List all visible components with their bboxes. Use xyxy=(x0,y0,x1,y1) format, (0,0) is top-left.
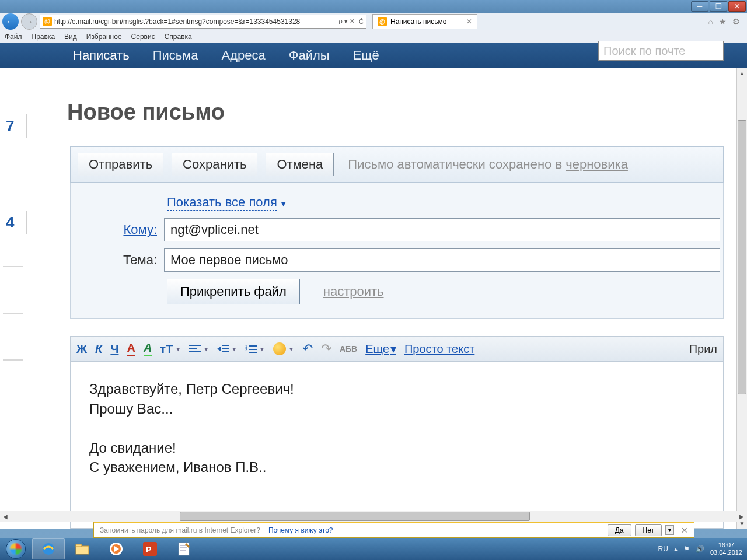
scroll-thumb[interactable] xyxy=(738,120,746,394)
emoticon-icon[interactable]: ▼ xyxy=(273,342,294,355)
svg-rect-14 xyxy=(76,544,82,547)
browser-tab[interactable]: @ Написать письмо ✕ xyxy=(372,14,477,29)
taskbar-notepad-icon[interactable] xyxy=(167,538,200,559)
back-button[interactable]: ← xyxy=(2,13,19,30)
side-number-7: 7 xyxy=(6,114,27,138)
configure-link[interactable]: настроить xyxy=(323,284,384,299)
hscroll-thumb[interactable] xyxy=(180,512,530,521)
undo-icon[interactable]: ↶ xyxy=(302,341,313,356)
toolbar-more-link[interactable]: Еще▾ xyxy=(365,342,396,356)
attach-file-button[interactable]: Прикрепить файл xyxy=(167,279,300,304)
start-button[interactable] xyxy=(0,538,32,560)
window-maximize-button[interactable]: ❐ xyxy=(710,1,727,12)
strikethrough-icon[interactable]: АБВ xyxy=(340,344,357,354)
password-bar-close-icon[interactable]: ✕ xyxy=(681,526,688,535)
browser-navigation-bar: ← → @ http://e.mail.ru/cgi-bin/msglist?b… xyxy=(0,13,747,30)
taskbar-media-icon[interactable] xyxy=(100,538,132,559)
action-button-row: Отправить Сохранить Отмена Письмо автома… xyxy=(70,146,724,183)
tray-volume-icon[interactable]: 🔊 xyxy=(696,545,704,553)
tray-lang[interactable]: RU xyxy=(658,545,668,553)
window-titlebar: ─ ❐ ✕ xyxy=(0,0,747,13)
to-label[interactable]: Кому: xyxy=(71,222,164,237)
taskbar-powerpoint-icon[interactable]: P xyxy=(134,538,166,559)
menu-view[interactable]: Вид xyxy=(64,33,77,41)
password-no-button[interactable]: Нет xyxy=(635,524,662,536)
editor-line: До свидание! xyxy=(89,438,704,458)
indent-icon[interactable]: ▼ xyxy=(217,344,237,354)
tab-favicon-icon: @ xyxy=(378,17,387,26)
nav-compose[interactable]: Написать xyxy=(73,48,130,63)
subject-input[interactable] xyxy=(164,249,720,272)
autosave-note: Письмо автоматически сохранено в чернови… xyxy=(348,157,628,172)
svg-rect-13 xyxy=(76,546,89,554)
cancel-button[interactable]: Отмена xyxy=(266,153,334,176)
subject-label: Тема: xyxy=(71,253,164,268)
taskbar: P RU ▴ ⚑ 🔊 16:07 03.04.2012 xyxy=(0,538,747,560)
underline-icon[interactable]: Ч xyxy=(110,342,118,356)
url-text: http://e.mail.ru/cgi-bin/msglist?back=1#… xyxy=(54,18,337,26)
tools-icon[interactable]: ⚙ xyxy=(732,17,740,26)
password-prompt-text: Запомнить пароль для mail.ru в Internet … xyxy=(100,526,260,534)
menu-favorites[interactable]: Избранное xyxy=(86,33,122,41)
horizontal-scrollbar[interactable]: ◀ ▶ xyxy=(0,511,747,522)
taskbar-explorer-icon[interactable] xyxy=(66,538,99,559)
side-divider xyxy=(3,359,23,360)
menu-file[interactable]: Файл xyxy=(5,33,22,41)
font-size-icon[interactable]: тТ▼ xyxy=(160,342,181,356)
content-area: ▲ ▼ 7 4 Новое письмо Отправить Сохранить… xyxy=(0,68,747,528)
plain-text-link[interactable]: Просто текст xyxy=(404,342,474,356)
window-minimize-button[interactable]: ─ xyxy=(691,1,708,12)
favorites-icon[interactable]: ★ xyxy=(719,17,727,26)
editor-line: С уважением, Иванов П.В.. xyxy=(89,457,704,477)
editor-toolbar: Ж К Ч А А тТ▼ ▼ ▼ 12▼ ▼ ↶ ↷ АБВ Еще▾ Про… xyxy=(70,336,724,362)
scroll-left-icon[interactable]: ◀ xyxy=(0,511,11,522)
vertical-scrollbar[interactable]: ▲ ▼ xyxy=(736,68,747,528)
editor-line: Здравствуйте, Петр Сергеевич! xyxy=(89,379,704,399)
save-button[interactable]: Сохранить xyxy=(172,153,257,176)
nav-more[interactable]: Ещё xyxy=(353,48,379,63)
tray-flag-icon[interactable]: ⚑ xyxy=(683,545,690,553)
bold-icon[interactable]: Ж xyxy=(76,342,87,356)
svg-text:2: 2 xyxy=(245,348,247,352)
mail-navbar: Написать Письма Адреса Файлы Ещё Поиск п… xyxy=(0,43,747,68)
page-title: Новое письмо xyxy=(67,100,225,125)
highlight-icon[interactable]: А xyxy=(144,341,152,356)
home-icon[interactable]: ⌂ xyxy=(708,17,713,26)
side-divider xyxy=(3,266,23,267)
message-body-editor[interactable]: Здравствуйте, Петр Сергеевич! Прошу Вас.… xyxy=(70,362,724,528)
svg-marker-3 xyxy=(217,346,221,351)
nav-inbox[interactable]: Письма xyxy=(153,48,198,63)
scroll-right-icon[interactable]: ▶ xyxy=(736,511,747,522)
url-search-controls[interactable]: ρ ▾ ✕ Ċ xyxy=(339,18,364,25)
italic-icon[interactable]: К xyxy=(95,342,102,356)
menu-help[interactable]: Справка xyxy=(165,33,192,41)
list-icon[interactable]: 12▼ xyxy=(245,344,265,354)
password-save-bar: Запомнить пароль для mail.ru в Internet … xyxy=(93,522,694,538)
tray-clock[interactable]: 16:07 03.04.2012 xyxy=(710,541,742,556)
why-link[interactable]: Почему я вижу это? xyxy=(268,526,333,534)
forward-button[interactable]: → xyxy=(21,13,37,30)
scroll-up-icon[interactable]: ▲ xyxy=(737,68,747,78)
system-tray: RU ▴ ⚑ 🔊 16:07 03.04.2012 xyxy=(658,541,747,556)
password-yes-button[interactable]: Да xyxy=(608,524,631,536)
menu-edit[interactable]: Правка xyxy=(32,33,55,41)
mail-search-input[interactable]: Поиск по почте xyxy=(598,41,724,61)
nav-files[interactable]: Файлы xyxy=(289,48,330,63)
taskbar-ie-icon[interactable] xyxy=(32,538,65,559)
send-button[interactable]: Отправить xyxy=(78,153,163,176)
redo-icon[interactable]: ↷ xyxy=(321,341,331,356)
show-all-fields[interactable]: Показать все поля▼ xyxy=(167,195,723,210)
menu-tools[interactable]: Сервис xyxy=(131,33,155,41)
window-close-button[interactable]: ✕ xyxy=(728,1,746,12)
tray-arrow-icon[interactable]: ▴ xyxy=(674,545,678,553)
to-input[interactable] xyxy=(164,218,720,242)
text-color-icon[interactable]: А xyxy=(127,341,135,356)
toolbar-attach-label: Прил xyxy=(689,342,717,356)
align-icon[interactable]: ▼ xyxy=(189,344,209,354)
tab-close-icon[interactable]: ✕ xyxy=(466,18,472,26)
side-divider xyxy=(3,313,23,314)
address-bar[interactable]: @ http://e.mail.ru/cgi-bin/msglist?back=… xyxy=(40,15,366,29)
password-dropdown-icon[interactable]: ▾ xyxy=(665,525,674,535)
site-favicon-icon: @ xyxy=(43,17,52,26)
nav-addresses[interactable]: Адреса xyxy=(222,48,266,63)
